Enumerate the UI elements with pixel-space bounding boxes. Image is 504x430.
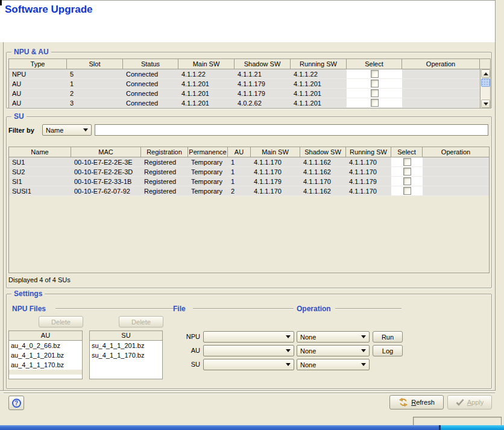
table-row[interactable]: NPU 5 Connected 4.1.1.22 4.1.1.21 4.1.1.… [9, 69, 490, 79]
select-checkbox[interactable] [371, 80, 379, 87]
column-header-au[interactable]: AU [228, 147, 251, 157]
select-checkbox[interactable] [371, 89, 379, 97]
cell-main-sw: 4.1.1.170 [251, 157, 300, 167]
filter-by-value: Name [46, 127, 63, 134]
filter-by-dropdown[interactable]: Name [42, 124, 92, 136]
au-file-row-label: AU [176, 345, 200, 356]
cell-select [347, 89, 402, 98]
cell-select [347, 79, 402, 89]
cell-shadow-sw: 4.0.2.62 [235, 98, 291, 108]
table-row[interactable]: AU 1 Connected 4.1.1.201 4.1.1.179 4.1.1… [9, 79, 490, 89]
cell-main-sw: 4.1.1.170 [251, 167, 300, 177]
column-header-running-sw[interactable]: Running SW [291, 59, 347, 69]
select-checkbox[interactable] [371, 99, 379, 107]
taskbar-segment-highlight [441, 425, 504, 430]
column-header-main-sw[interactable]: Main SW [178, 59, 235, 69]
column-header-slot[interactable]: Slot [67, 59, 123, 69]
status-progress-box [413, 417, 502, 426]
help-button[interactable]: ? [8, 396, 24, 410]
au-operation-dropdown[interactable]: None [297, 345, 370, 356]
select-checkbox[interactable] [403, 168, 411, 175]
chevron-down-icon [361, 349, 366, 352]
arrow-up-icon [484, 72, 488, 75]
run-button-label: Run [382, 334, 394, 341]
cell-running-sw: 4.1.1.170 [346, 167, 391, 177]
au-operation-value: None [300, 347, 316, 355]
su-table-body: SU1 00-10-E7-E2-2E-3E Registered Tempora… [9, 157, 489, 196]
refresh-button[interactable]: Refresh [389, 395, 444, 409]
list-filler [9, 370, 82, 375]
column-header-status[interactable]: Status [123, 59, 178, 69]
cell-shadow-sw: 4.1.1.170 [300, 177, 346, 186]
cell-operation [423, 177, 489, 186]
npu-operation-dropdown[interactable]: None [297, 331, 370, 343]
cell-slot: 2 [67, 89, 123, 98]
delete-au-file-button[interactable]: Delete [39, 316, 83, 327]
su-file-dropdown[interactable] [203, 359, 294, 370]
table-row[interactable]: AU 3 Connected 4.1.1.201 4.0.2.62 4.1.1.… [9, 98, 490, 108]
column-header-main-sw[interactable]: Main SW [251, 147, 300, 157]
refresh-button-label: Refresh [411, 399, 435, 406]
au-files-list: AU au_4_0_2_66.bz au_4_1_1_201.bz au_4_1… [8, 330, 83, 379]
su-files-list-header[interactable]: SU [90, 331, 162, 341]
cell-operation [423, 167, 489, 177]
su-operation-dropdown[interactable]: None [297, 359, 370, 370]
table-row[interactable]: AU 2 Connected 4.1.1.201 4.1.1.179 4.1.1… [9, 89, 490, 98]
column-header-type[interactable]: Type [9, 59, 67, 69]
column-header-operation[interactable]: Operation [402, 59, 480, 69]
list-item[interactable]: su_4_1_1_201.bz [90, 341, 162, 350]
table-row[interactable]: SI1 00-10-E7-E2-33-1B Registered Tempora… [9, 177, 489, 186]
window-edge-artifact [0, 0, 2, 5]
cell-name: SI1 [9, 177, 71, 186]
cell-main-sw: 4.1.1.170 [251, 186, 300, 196]
column-header-name[interactable]: Name [9, 147, 71, 157]
software-upgrade-window: Software Upgrade NPU & AU Type Slot Stat… [0, 0, 504, 430]
cell-au: 2 [228, 186, 251, 196]
column-header-select[interactable]: Select [347, 59, 402, 69]
run-button[interactable]: Run [373, 331, 403, 343]
column-header-operation[interactable]: Operation [423, 147, 489, 157]
list-item[interactable]: au_4_1_1_201.bz [9, 350, 82, 360]
cell-au: 1 [228, 167, 251, 177]
cell-select [347, 69, 402, 79]
scroll-down-button[interactable] [481, 100, 490, 108]
scrollbar-thumb[interactable] [481, 78, 490, 87]
apply-button[interactable]: Apply [447, 395, 492, 409]
file-separator [193, 308, 294, 309]
log-button[interactable]: Log [373, 345, 403, 356]
filter-text-input[interactable] [95, 124, 488, 136]
select-checkbox[interactable] [371, 70, 379, 78]
column-header-shadow-sw[interactable]: Shadow SW [300, 147, 346, 157]
list-item[interactable]: au_4_0_2_66.bz [9, 341, 82, 350]
table-row[interactable]: SU2 00-10-E7-E2-2E-3D Registered Tempora… [9, 167, 489, 177]
select-checkbox[interactable] [403, 158, 411, 166]
list-item[interactable]: au_4_1_1_170.bz [9, 360, 82, 370]
apply-button-label: Apply [467, 399, 484, 406]
npu-file-dropdown[interactable] [203, 331, 294, 343]
delete-su-file-button[interactable]: Delete [119, 316, 163, 327]
table-row[interactable]: SU1 00-10-E7-E2-2E-3E Registered Tempora… [9, 157, 489, 167]
vertical-scrollbar[interactable] [480, 69, 490, 108]
au-file-dropdown[interactable] [203, 345, 294, 356]
column-header-permanence[interactable]: Permanence [188, 147, 228, 157]
column-header-shadow-sw[interactable]: Shadow SW [235, 59, 291, 69]
column-header-running-sw[interactable]: Running SW [346, 147, 391, 157]
cell-type: AU [9, 79, 67, 89]
cell-main-sw: 4.1.1.201 [178, 98, 235, 108]
scroll-up-button[interactable] [481, 69, 490, 78]
table-row[interactable]: SUSI1 00-10-E7-62-07-92 Registered Tempo… [9, 186, 489, 196]
su-files-list: SU su_4_1_1_201.bz su_4_1_1_170.bz [89, 330, 163, 379]
select-checkbox[interactable] [403, 187, 411, 195]
column-header-registration[interactable]: Registration [141, 147, 188, 157]
list-item[interactable]: su_4_1_1_170.bz [90, 350, 162, 360]
column-header-select[interactable]: Select [391, 147, 423, 157]
cell-type: AU [9, 98, 67, 108]
cell-shadow-sw: 4.1.1.179 [235, 89, 291, 98]
column-header-mac[interactable]: MAC [71, 147, 141, 157]
cell-slot: 3 [67, 98, 123, 108]
scrollbar-header-stub [480, 59, 490, 69]
displayed-count-status: Displayed 4 of 4 SUs [8, 276, 71, 283]
au-files-list-header[interactable]: AU [9, 331, 82, 341]
cell-main-sw: 4.1.1.201 [178, 79, 235, 89]
select-checkbox[interactable] [403, 177, 411, 185]
